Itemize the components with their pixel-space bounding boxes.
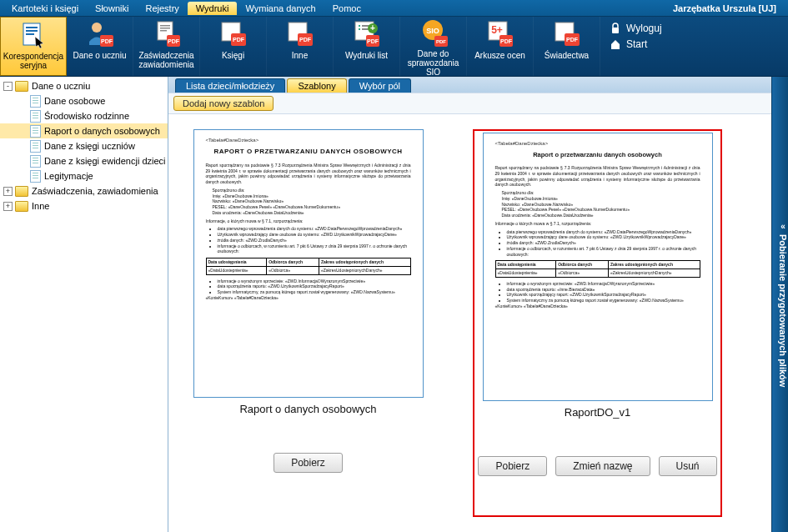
ribbon-label: Zaświadczenia zawiadomienia xyxy=(133,51,199,69)
template-toolbar: Dodaj nowy szablon xyxy=(168,93,771,114)
template-card[interactable]: <Tabela#DaneDziecka> RAPORT O PRZETWARZA… xyxy=(185,129,431,517)
svg-rect-2 xyxy=(26,30,38,32)
delete-button[interactable]: Usuń xyxy=(659,456,717,476)
folder-icon xyxy=(15,81,28,92)
ribbon-label: Księgi xyxy=(220,51,246,60)
svg-rect-39 xyxy=(612,28,619,33)
add-template-button[interactable]: Dodaj nowy szablon xyxy=(173,96,274,111)
tab-wybor-pol[interactable]: Wybór pól xyxy=(349,78,411,93)
tree-label: Legitymacje xyxy=(44,171,93,181)
svg-text:SIO: SIO xyxy=(426,27,439,35)
rename-button[interactable]: Zmień nazwę xyxy=(555,456,650,476)
tree-panel: - Dane o uczniu Dane osobowe Środowisko … xyxy=(0,77,168,532)
lock-icon xyxy=(609,22,622,35)
pdf-icon: PDF xyxy=(216,19,251,49)
tree-label: Raport o danych osobowych xyxy=(44,126,160,136)
tree-folder-dane-o-uczniu[interactable]: - Dane o uczniu xyxy=(0,78,168,93)
logout-button[interactable]: Wyloguj xyxy=(609,22,662,35)
pdf-icon: PDF xyxy=(283,19,318,49)
content-tabs: Lista dzieci/młodzieży Szablony Wybór pó… xyxy=(168,77,771,93)
tree-folder-zaswiadczenia[interactable]: + Zaświadczenia, zawiadomienia xyxy=(0,183,168,198)
tree-item-ksiegi-uczniow[interactable]: Dane z księgi uczniów xyxy=(0,138,168,153)
ribbon-zaswiadczenia[interactable]: PDF Zaświadczenia zawiadomienia xyxy=(133,17,200,76)
svg-rect-8 xyxy=(160,25,170,27)
menu-rejestry[interactable]: Rejestry xyxy=(137,2,187,15)
menu-kartoteki[interactable]: Kartoteki i księgi xyxy=(3,2,87,15)
tree-item-dane-osobowe[interactable]: Dane osobowe xyxy=(0,93,168,108)
svg-rect-3 xyxy=(26,33,34,35)
tree-item-ksiegi-ewidencji[interactable]: Dane z księgi ewidencji dzieci xyxy=(0,153,168,168)
collapse-icon[interactable]: - xyxy=(3,82,13,91)
right-panel-label: Pobieranie przygotowanych plików xyxy=(778,234,788,387)
ribbon-wydruki-list[interactable]: +PDF Wydruki list xyxy=(334,17,400,76)
menu-wymiana[interactable]: Wymiana danych xyxy=(237,2,324,15)
doc-pdf-icon: PDF xyxy=(149,19,184,49)
page-icon xyxy=(30,170,41,183)
ribbon-label: Świadectwa xyxy=(543,51,590,60)
ribbon-korespondencja[interactable]: Korespondencja seryjna xyxy=(0,17,67,76)
template-card-selected[interactable]: <Tabela#DaneDziecka> Raport o przetwarza… xyxy=(473,129,722,517)
ribbon-label: Korespondencja seryjna xyxy=(1,52,66,70)
svg-point-4 xyxy=(92,23,102,33)
folder-icon xyxy=(15,201,28,212)
tree-label: Dane o uczniu xyxy=(32,81,90,91)
tree-label: Dane z księgi ewidencji dzieci xyxy=(44,156,166,166)
content-panel: Lista dzieci/młodzieży Szablony Wybór pó… xyxy=(168,77,771,532)
tab-lista[interactable]: Lista dzieci/młodzieży xyxy=(175,78,285,93)
ribbon-label: Wydruki list xyxy=(344,51,389,60)
ribbon-sio[interactable]: SIOPDF Dane do sprawozdania SIO xyxy=(400,17,467,76)
sio-icon: SIOPDF xyxy=(416,19,451,48)
ribbon-swiadectwa[interactable]: PDF Świadectwa xyxy=(534,17,600,76)
ribbon-dane-uczniu[interactable]: PDF Dane o uczniu xyxy=(67,17,133,76)
start-label: Start xyxy=(626,38,647,50)
svg-rect-1 xyxy=(26,27,38,28)
templates-area: <Tabela#DaneDziecka> RAPORT O PRZETWARZA… xyxy=(168,114,771,532)
download-button[interactable]: Pobierz xyxy=(478,456,547,476)
svg-text:PDF: PDF xyxy=(168,38,180,44)
tree-label: Dane z księgi uczniów xyxy=(44,141,135,151)
user-label: Jarzębatka Urszula [UJ] xyxy=(673,3,785,13)
tree-item-srodowisko[interactable]: Środowisko rodzinne xyxy=(0,108,168,123)
ribbon-ksiegi[interactable]: PDF Księgi xyxy=(200,17,267,76)
download-button[interactable]: Pobierz xyxy=(274,453,343,473)
tree-folder-inne[interactable]: + Inne xyxy=(0,198,168,213)
ribbon-arkusze[interactable]: 5+PDF Arkusze ocen xyxy=(467,17,534,76)
tree-label: Środowisko rodzinne xyxy=(44,111,129,121)
menu-pomoc[interactable]: Pomoc xyxy=(324,2,369,15)
menu-wydruki[interactable]: Wydruki xyxy=(188,2,238,15)
folder-icon xyxy=(15,186,28,197)
tab-szablony[interactable]: Szablony xyxy=(287,78,346,93)
ribbon-label: Dane do sprawozdania SIO xyxy=(400,49,466,77)
page-icon xyxy=(30,95,41,108)
ribbon: Korespondencja seryjna PDF Dane o uczniu… xyxy=(0,17,788,77)
tree-item-legitymacje[interactable]: Legitymacje xyxy=(0,168,168,183)
svg-text:PDF: PDF xyxy=(500,38,513,44)
svg-rect-20 xyxy=(359,25,360,27)
ribbon-label: Arkusze ocen xyxy=(473,51,527,60)
pdf-plus-icon: +PDF xyxy=(349,19,384,49)
page-icon xyxy=(30,140,41,153)
grade-icon: 5+PDF xyxy=(483,19,518,49)
svg-text:+: + xyxy=(370,23,375,33)
svg-rect-10 xyxy=(160,30,167,32)
menu-slowniki[interactable]: Słowniki xyxy=(87,2,137,15)
start-button[interactable]: Start xyxy=(609,38,647,51)
svg-text:PDF: PDF xyxy=(299,37,312,43)
expand-icon[interactable]: + xyxy=(3,187,13,196)
svg-text:5+: 5+ xyxy=(491,24,503,36)
expand-icon[interactable]: + xyxy=(3,202,13,211)
page-icon xyxy=(30,110,41,123)
template-preview: <Tabela#DaneDziecka> RAPORT O PRZETWARZA… xyxy=(193,129,424,398)
person-pdf-icon: PDF xyxy=(83,19,118,49)
home-icon xyxy=(609,38,622,51)
pdf-icon: PDF xyxy=(550,19,585,49)
template-title: RaportDO_v1 xyxy=(565,406,630,419)
logout-label: Wyloguj xyxy=(626,23,662,34)
page-icon xyxy=(30,155,41,168)
ribbon-inne[interactable]: PDF Inne xyxy=(267,17,334,76)
tree-item-raport[interactable]: Raport o danych osobowych xyxy=(0,123,168,138)
svg-text:PDF: PDF xyxy=(367,38,379,44)
right-panel-toggle[interactable]: «Pobieranie przygotowanych plików xyxy=(771,77,788,532)
svg-rect-9 xyxy=(160,28,170,29)
page-icon xyxy=(30,125,41,138)
